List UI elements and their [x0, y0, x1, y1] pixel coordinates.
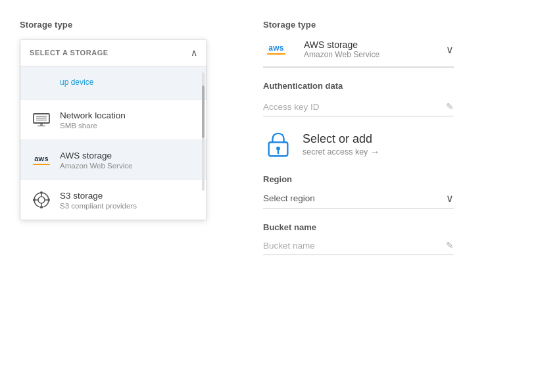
svg-rect-3	[36, 118, 47, 120]
chevron-down-icon[interactable]: ∨	[446, 43, 454, 56]
aws-icon: aws	[30, 148, 53, 172]
svg-rect-5	[40, 123, 43, 126]
item-name: Network location	[60, 110, 126, 122]
aws-storage-icon: aws	[263, 39, 289, 60]
right-section-title: Storage type	[263, 20, 516, 30]
item-sub: Amazon Web Service	[60, 162, 132, 170]
bucket-name-row: Bucket name ✎	[263, 240, 454, 255]
region-placeholder: Select region	[263, 193, 315, 203]
svg-point-8	[38, 197, 45, 203]
backup-icon	[30, 70, 53, 94]
storage-type-sub: Amazon Web Service	[304, 50, 379, 59]
lock-icon	[263, 130, 293, 160]
svg-point-10	[40, 206, 43, 208]
right-panel: Storage type aws AWS storage Amazon Web …	[243, 20, 516, 372]
storage-type-left: aws AWS storage Amazon Web Service	[263, 39, 379, 60]
item-name: up device	[60, 78, 93, 87]
select-add-row[interactable]: Select or add secret access key →	[263, 130, 454, 160]
edit-bucket-icon[interactable]: ✎	[446, 240, 454, 251]
item-sub: S3 compliant providers	[60, 202, 137, 210]
left-section-title: Storage type	[20, 20, 230, 30]
select-add-sub: secret access key →	[303, 147, 379, 157]
chevron-up-icon: ∧	[191, 47, 197, 58]
scrollbar-track[interactable]	[202, 72, 205, 191]
edit-access-key-icon[interactable]: ✎	[446, 101, 454, 112]
item-text: Network location SMB share	[60, 110, 126, 130]
svg-rect-6	[37, 126, 45, 127]
storage-type-name: AWS storage	[304, 39, 379, 50]
arrow-right-icon: →	[370, 147, 379, 157]
select-add-text: Select or add secret access key →	[303, 132, 379, 157]
svg-rect-4	[36, 120, 47, 121]
item-name: S3 storage	[60, 190, 137, 202]
list-item[interactable]: Network location SMB share	[20, 100, 207, 140]
auth-title: Authentication data	[263, 81, 516, 91]
bucket-section: Bucket name Bucket name ✎	[263, 222, 516, 255]
region-title: Region	[263, 174, 516, 184]
svg-point-12	[47, 199, 50, 201]
scrollbar-thumb	[202, 86, 205, 138]
bucket-title: Bucket name	[263, 222, 516, 232]
bucket-name-placeholder: Bucket name	[263, 241, 315, 251]
network-icon	[30, 108, 53, 132]
item-sub: SMB share	[60, 122, 126, 130]
storage-dropdown: SELECT A STORAGE ∧ up device	[20, 39, 207, 220]
access-key-label: Access key ID	[263, 102, 320, 112]
item-name: AWS storage	[60, 150, 132, 162]
item-text: S3 storage S3 compliant providers	[60, 190, 137, 210]
list-item[interactable]: aws AWS storage Amazon Web Service	[20, 140, 207, 180]
svg-point-9	[40, 191, 43, 194]
region-section: Region Select region ∨	[263, 174, 516, 209]
dropdown-items-list: up device Network l	[20, 66, 207, 220]
dropdown-header-label: SELECT A STORAGE	[30, 49, 109, 57]
item-text: up device	[60, 78, 93, 87]
auth-section: Authentication data Access key ID ✎ Sele…	[263, 81, 516, 160]
region-dropdown[interactable]: Select region ∨	[263, 192, 454, 209]
storage-type-selector[interactable]: aws AWS storage Amazon Web Service ∨	[263, 39, 454, 68]
dropdown-header[interactable]: SELECT A STORAGE ∧	[20, 39, 207, 66]
item-text: AWS storage Amazon Web Service	[60, 150, 132, 170]
access-key-row: Access key ID ✎	[263, 101, 454, 116]
region-chevron-down-icon[interactable]: ∨	[446, 192, 454, 205]
list-item[interactable]: up device	[20, 66, 207, 100]
storage-type-text: AWS storage Amazon Web Service	[304, 39, 379, 59]
list-item[interactable]: S3 storage S3 compliant providers	[20, 180, 207, 220]
svg-rect-2	[36, 116, 47, 117]
left-panel: Storage type SELECT A STORAGE ∧ up devic…	[20, 20, 243, 372]
svg-point-11	[33, 199, 36, 201]
s3-icon	[30, 188, 53, 212]
select-add-title: Select or add	[303, 132, 379, 147]
